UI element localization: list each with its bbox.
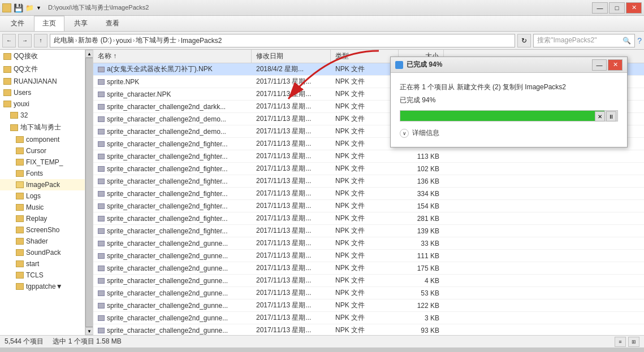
file-row[interactable]: sprite_character_challenge2nd_fighter...… (93, 212, 644, 225)
forward-button[interactable]: → (18, 34, 32, 47)
tab-share[interactable]: 共享 (66, 16, 96, 31)
quick-save[interactable]: 💾 (14, 3, 23, 12)
sidebar-scrollbar[interactable]: ▲ ▼ (85, 50, 93, 335)
pause-button[interactable]: ⏸ (606, 111, 616, 121)
crumb-computer[interactable]: 此电脑 (54, 36, 74, 45)
scroll-down-arrow[interactable]: ▼ (85, 327, 93, 335)
sidebar-item-cursor[interactable]: Cursor (0, 145, 85, 157)
sidebar-item-replay[interactable]: Replay (0, 213, 85, 224)
file-row[interactable]: sprite_character_challenge2nd_fighter...… (93, 163, 644, 175)
tab-view[interactable]: 查看 (97, 16, 128, 31)
crumb-game[interactable]: 地下城与勇士 (136, 36, 176, 45)
column-header-date[interactable]: 修改日期 (252, 50, 331, 63)
sidebar-item-component[interactable]: component (0, 134, 85, 145)
folder-icon (16, 147, 24, 154)
folder-icon (3, 53, 11, 60)
tab-home[interactable]: 主页 (34, 16, 64, 31)
file-row[interactable]: sprite_character_challenge2nd_gunne... 2… (93, 250, 644, 262)
sidebar-item-imagepack[interactable]: ImagePack (0, 179, 85, 190)
folder-icon (3, 78, 11, 85)
folder-icon (16, 227, 24, 233)
file-icon (98, 191, 105, 197)
sidebar-item-qq-file[interactable]: QQ文件 (0, 63, 85, 76)
title-bar-controls: — □ ✕ (592, 2, 642, 14)
stop-button[interactable]: ✕ (595, 111, 605, 121)
sidebar-item-fix-temp[interactable]: FIX_TEMP_ (0, 157, 85, 168)
sidebar-item-soundpack[interactable]: SoundPack (0, 247, 85, 258)
address-bar[interactable]: 此电脑 › 新加卷 (D:) › youxi › 地下城与勇士 › ImageP… (50, 34, 515, 47)
sidebar-item-logs[interactable]: Logs (0, 190, 85, 202)
sidebar-item-youxi[interactable]: youxi (0, 98, 85, 110)
refresh-button[interactable]: ↻ (517, 34, 531, 47)
minimize-button[interactable]: — (592, 2, 608, 14)
file-row[interactable]: sprite_character_challenge2nd_gunne... 2… (93, 287, 644, 299)
sidebar-item-game[interactable]: 地下城与勇士 (0, 121, 85, 134)
maximize-button[interactable]: □ (609, 2, 625, 14)
file-icon (98, 303, 105, 308)
folder-icon (16, 260, 24, 267)
column-header-name[interactable]: 名称 ↑ (93, 50, 252, 63)
title-path: D:\youxi\地下城与勇士\ImagePacks2 (48, 3, 149, 12)
sidebar-item-tcls[interactable]: TCLS (0, 270, 85, 281)
sidebar-item-shader[interactable]: Shader (0, 236, 85, 247)
details-label: 详细信息 (412, 128, 439, 138)
crumb-youxi[interactable]: youxi (116, 37, 132, 45)
dialog-details[interactable]: ∨ 详细信息 (400, 128, 618, 138)
file-row[interactable]: sprite_character_challenge2nd_fighter...… (93, 150, 644, 163)
file-row[interactable]: sprite_character_challenge2nd_fighter...… (93, 188, 644, 200)
folder-icon (16, 215, 24, 222)
sidebar-item-music[interactable]: Music (0, 202, 85, 213)
file-row[interactable]: sprite_character_challenge2nd_gunne... 2… (93, 275, 644, 287)
status-bar: 5,544 个项目 选中 1 个项目 1.58 MB ≡ ⊞ (0, 335, 644, 347)
quick-folder[interactable]: 📁 (25, 4, 34, 12)
view-list-button[interactable]: ≡ (615, 337, 626, 347)
file-row[interactable]: sprite_character_challenge2nd_gunne... 2… (93, 312, 644, 324)
file-row[interactable]: sprite_character_challenge2nd_gunne... 2… (93, 299, 644, 312)
dialog-minimize-button[interactable]: — (592, 59, 607, 71)
file-row[interactable]: sprite_character_challenge2nd_fighter...… (93, 200, 644, 212)
sidebar-item-fonts[interactable]: Fonts (0, 168, 85, 179)
file-row[interactable]: sprite_character_challenge2nd_gunne... 2… (93, 262, 644, 275)
crumb-drive[interactable]: 新加卷 (D:) (78, 36, 111, 45)
view-grid-button[interactable]: ⊞ (628, 337, 639, 347)
sidebar-item-start[interactable]: start (0, 258, 85, 270)
file-icon (98, 129, 105, 134)
file-icon (98, 290, 105, 296)
scroll-thumb[interactable] (85, 58, 93, 327)
selected-info: 选中 1 个项目 1.58 MB (53, 337, 121, 346)
search-box[interactable]: 搜索"ImagePacks2" 🔍 (533, 34, 635, 47)
tab-file[interactable]: 文件 (2, 16, 33, 31)
help-icon[interactable]: ? (637, 36, 642, 45)
file-icon (98, 266, 105, 271)
file-icon (98, 203, 105, 209)
folder-icon (16, 272, 24, 279)
file-row[interactable]: sprite_character_challenge2nd_fighter...… (93, 225, 644, 237)
sidebar: QQ接收 QQ文件 RUANJIANAN Users youxi 32 地下城与… (0, 50, 93, 335)
sidebar-item-users[interactable]: Users (0, 87, 85, 98)
dialog-close-button[interactable]: ✕ (608, 59, 623, 71)
sidebar-item-ruanjianan[interactable]: RUANJIANAN (0, 76, 85, 87)
window-icon (2, 3, 11, 12)
sidebar-item-32[interactable]: 32 (0, 110, 85, 121)
dropdown-arrow[interactable]: ▼ (36, 5, 41, 11)
file-row[interactable]: sprite_character_challenge2nd_gunne... 2… (93, 237, 644, 250)
file-row[interactable]: sprite_character_challenge2nd_gunne... 2… (93, 324, 644, 335)
progress-bar-container: ⏸ ✕ (400, 110, 618, 121)
file-icon (98, 216, 105, 221)
folder-icon (16, 170, 24, 177)
back-button[interactable]: ← (2, 34, 16, 47)
title-bar-left: 💾 📁 ▼ D:\youxi\地下城与勇士\ImagePacks2 (2, 3, 149, 12)
close-button[interactable]: ✕ (626, 2, 642, 14)
column-header-type[interactable]: 类型 (331, 50, 399, 63)
sidebar-item-qq-recv[interactable]: QQ接收 (0, 50, 85, 63)
folder-icon-open (16, 181, 24, 188)
file-icon (98, 328, 105, 333)
file-row[interactable]: sprite_character_challenge2nd_fighter...… (93, 175, 644, 188)
sidebar-item-screenshot[interactable]: ScreenSho (0, 224, 85, 236)
file-icon (98, 141, 105, 147)
sidebar-item-tgppatche[interactable]: tgppatche▼ (0, 281, 85, 292)
up-button[interactable]: ↑ (34, 34, 47, 47)
crumb-imagepacks[interactable]: ImagePacks2 (181, 37, 222, 45)
dialog-copy-icon (395, 61, 403, 69)
scroll-up-arrow[interactable]: ▲ (85, 50, 93, 58)
